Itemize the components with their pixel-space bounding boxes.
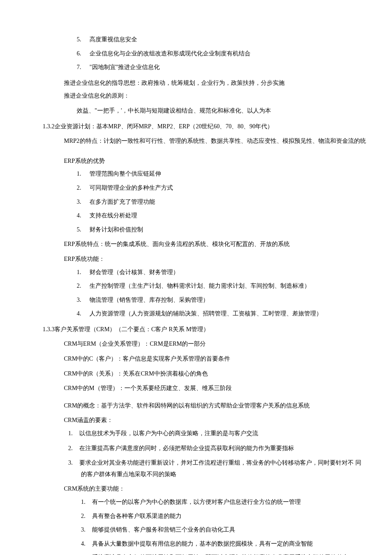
item-text: 在多方面扩充了管理功能 (89, 199, 155, 205)
list-item: 4.具备从大量数据中提取有用信息的能力，基本的数据挖掘模块，具有一定的商业智能 (26, 538, 366, 550)
item-number: 5. (77, 224, 89, 236)
list-item: 2.在注重提高客户满意度的同时，必须把帮助企业提高获取利润的能力作为重要指标 (26, 443, 366, 454)
item-number: 4. (77, 308, 89, 320)
subheading: CRM系统的主要功能： (26, 483, 366, 495)
list-item: 4.人力资源管理（人力资源规划的辅助决策、招聘管理、工资核算、工时管理、差旅管理… (26, 308, 366, 320)
paragraph: CRM与ERM（企业关系管理）：CRM是ERM的一部分 (26, 338, 366, 350)
item-number: 6. (77, 48, 89, 60)
item-number: 4. (81, 538, 92, 550)
item-text: 要求企业对其业务功能进行重新设计，并对工作流程进行重组，将业务的中心转移动客户，… (79, 460, 361, 477)
item-text: 有一个统一的以客户为中心的数据库，以方便对客户信息进行全方位的统一管理 (92, 499, 301, 505)
item-text: 以信息技术为手段，以客户为中心的商业策略，注重的是与客户交流 (79, 430, 258, 436)
item-text: 能够提供销售、客户服务和营销三个业务的自动化工具 (92, 526, 235, 533)
item-number: 2. (77, 182, 89, 194)
paragraph: CRM的概念：基于方法学、软件和因特网的以有组织的方式帮助企业管理客户关系的信息… (26, 400, 366, 412)
item-number: 2. (68, 443, 79, 454)
list-item: 5.财务计划和价值控制 (26, 224, 366, 236)
item-number: 2. (81, 511, 92, 522)
item-text: 财会管理（会计核算、财务管理） (89, 269, 179, 275)
list-item: 1.以信息技术为手段，以客户为中心的商业策略，注重的是与客户交流 (26, 428, 366, 439)
item-number: 1. (68, 428, 79, 439)
item-text: 在注重提高客户满意度的同时，必须把帮助企业提高获取利润的能力作为重要指标 (79, 445, 294, 451)
paragraph: MRP2的特点：计划的一致性和可行性、管理的系统性、数据共享性、动态应变性、模拟… (26, 136, 366, 147)
paragraph: ERP系统特点：统一的集成系统、面向业务流程的系统、模块化可配置的、开放的系统 (26, 239, 366, 250)
item-number: 7. (77, 62, 89, 73)
list-item: 5.系统应该具有良好的可扩展性和可复用性，即可以实现与其他相应的企业应用系统之间… (26, 552, 366, 555)
item-text: 财务计划和价值控制 (89, 226, 143, 233)
list-item: 2.可同期管理企业的多种生产方式 (26, 182, 366, 194)
item-number: 3. (77, 197, 89, 208)
item-text: 具有整合各种客户联系渠道的能力 (92, 513, 182, 519)
section-heading: 1.3.3客户关系管理（CRM）（二个要点：C客户 R关系 M管理） (26, 324, 366, 335)
list-item: 4.支持在线分析处理 (26, 210, 366, 222)
paragraph: CRM中的R（关系）：关系在CRM中扮演着核心的角色 (26, 368, 366, 380)
paragraph: CRM中的C（客户）：客户信息是实现客户关系管理的首要条件 (26, 353, 366, 365)
item-text: 支持在线分析处理 (89, 212, 137, 219)
item-number: 4. (77, 210, 89, 222)
section-heading: 1.3.2企业资源计划：基本MRP、闭环MRP、MRP2、ERP（20世纪60、… (26, 121, 366, 133)
item-number: 3. (68, 457, 79, 469)
list-item: 5.高度重视信息安全 (26, 34, 366, 46)
item-number: 3. (81, 524, 92, 536)
subheading: CRM涵盖的要素： (26, 415, 366, 426)
item-text: 高度重视信息安全 (89, 36, 137, 43)
item-text: 可同期管理企业的多种生产方式 (89, 185, 173, 191)
paragraph: CRM中的M（管理）：一个关系要经历建立、发展、维系三阶段 (26, 383, 366, 394)
item-text: 生产控制管理（主生产计划、物料需求计划、能力需求计划、车间控制、制造标准） (89, 283, 310, 289)
list-item: 3.在多方面扩充了管理功能 (26, 197, 366, 208)
item-number: 3. (77, 295, 89, 306)
item-number: 1. (77, 168, 89, 180)
subheading: ERP系统的优势 (26, 156, 366, 167)
list-item: 2.具有整合各种客户联系渠道的能力 (26, 511, 366, 522)
paragraph: 推进企业信息化的原则： (26, 90, 366, 102)
document-body: 5.高度重视信息安全 6.企业信息化与企业的改组改造和形成现代化企业制度有机结合… (26, 34, 366, 555)
item-text: 管理范围向整个供应链延伸 (89, 171, 161, 177)
item-text: 企业信息化与企业的改组改造和形成现代化企业制度有机结合 (89, 50, 251, 57)
item-number: 5. (81, 552, 92, 555)
item-text: 具备从大量数据中提取有用信息的能力，基本的数据挖掘模块，具有一定的商业智能 (92, 541, 313, 547)
item-text: 人力资源管理（人力资源规划的辅助决策、招聘管理、工资核算、工时管理、差旅管理） (89, 310, 322, 317)
item-number: 1. (81, 497, 92, 508)
item-text: "因地制宜"推进企业信息化 (89, 64, 160, 70)
list-item: 3.能够提供销售、客户服务和营销三个业务的自动化工具 (26, 524, 366, 536)
paragraph: 效益、"一把手，'，中长期与短期建设相结合、规范化和标准化、以人为本 (26, 105, 366, 117)
item-text: 物流管理（销售管理、库存控制、采购管理） (89, 297, 209, 303)
paragraph: 推进企业信息化的指导思想：政府推动，统筹规划，企业行为，政策扶持，分步实施 (26, 78, 366, 89)
item-number: 2. (77, 280, 89, 292)
list-item: 6.企业信息化与企业的改组改造和形成现代化企业制度有机结合 (26, 48, 366, 60)
list-item: 1.财会管理（会计核算、财务管理） (26, 267, 366, 278)
list-item: 3.要求企业对其业务功能进行重新设计，并对工作流程进行重组，将业务的中心转移动客… (26, 457, 366, 480)
item-number: 1. (77, 267, 89, 278)
item-number: 5. (77, 34, 89, 46)
list-item: 1.有一个统一的以客户为中心的数据库，以方便对客户信息进行全方位的统一管理 (26, 497, 366, 508)
list-item: 1.管理范围向整个供应链延伸 (26, 168, 366, 180)
list-item: 2.生产控制管理（主生产计划、物料需求计划、能力需求计划、车间控制、制造标准） (26, 280, 366, 292)
list-item: 7."因地制宜"推进企业信息化 (26, 62, 366, 73)
list-item: 3.物流管理（销售管理、库存控制、采购管理） (26, 295, 366, 306)
subheading: ERP系统功能： (26, 254, 366, 265)
